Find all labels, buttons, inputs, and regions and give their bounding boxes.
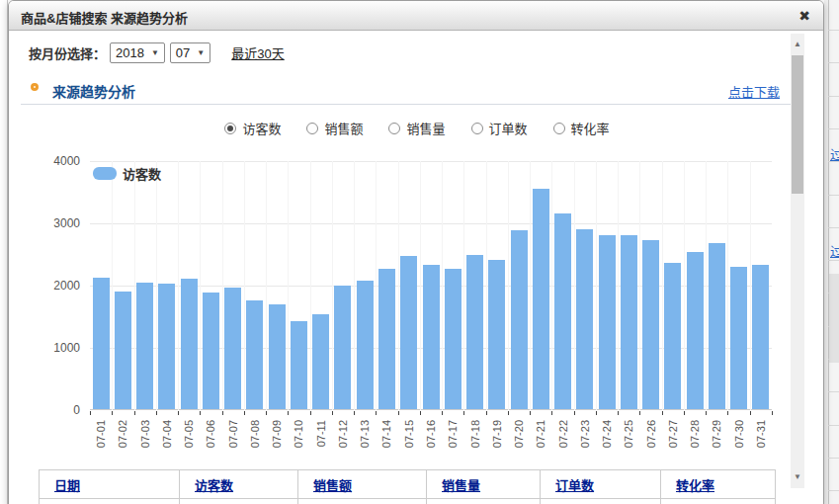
bar-07-08[interactable] <box>246 300 263 409</box>
month-filter-row: 按月份选择： 2018 ▼ 07 ▼ 最近30天 <box>29 42 285 63</box>
x-axis-label: 07-05 <box>178 420 200 465</box>
x-axis-tick <box>134 411 135 415</box>
scroll-down-icon[interactable]: ▼ <box>791 470 804 484</box>
dialog-titlebar[interactable]: 商品&店铺搜索 来源趋势分析 ✖ <box>9 1 823 31</box>
close-icon[interactable]: ✖ <box>795 6 814 26</box>
x-axis-tick <box>727 411 728 415</box>
bar-07-10[interactable] <box>291 321 307 409</box>
sort-link-订单数[interactable]: 订单数 <box>555 478 594 493</box>
x-axis-label: 07-28 <box>684 420 706 465</box>
bar-07-28[interactable] <box>687 252 704 409</box>
bar-07-27[interactable] <box>664 263 681 409</box>
gridline <box>574 161 575 410</box>
scrollbar-thumb[interactable] <box>792 55 803 194</box>
x-axis-label: 07-04 <box>156 420 178 465</box>
sort-link-销售额[interactable]: 销售额 <box>313 478 352 493</box>
month-select-value: 07 <box>176 45 190 60</box>
x-axis-label: 07-06 <box>200 420 221 465</box>
bar-07-20[interactable] <box>511 230 528 409</box>
radio-icon[interactable] <box>553 123 565 134</box>
bar-07-01[interactable] <box>93 278 110 409</box>
bar-07-07[interactable] <box>224 288 241 409</box>
bar-07-06[interactable] <box>203 293 219 409</box>
gridline <box>442 161 443 410</box>
metric-radio-label: 访客数 <box>242 119 281 137</box>
bar-07-14[interactable] <box>378 269 395 409</box>
metric-radio-销售额[interactable]: 销售额 <box>306 119 363 137</box>
bar-07-25[interactable] <box>621 235 637 409</box>
bar-07-21[interactable] <box>533 189 549 409</box>
bar-07-17[interactable] <box>445 269 461 409</box>
sort-link-访客数[interactable]: 访客数 <box>195 478 233 493</box>
metric-radio-转化率[interactable]: 转化率 <box>553 119 610 137</box>
bar-07-03[interactable] <box>136 283 153 409</box>
bar-07-02[interactable] <box>115 292 131 409</box>
table-row <box>40 499 776 504</box>
bar-07-12[interactable] <box>334 286 351 409</box>
recent-30-days-link[interactable]: 最近30天 <box>231 43 284 62</box>
gridline <box>90 161 772 162</box>
bar-07-05[interactable] <box>181 279 198 409</box>
background-selected-band <box>829 274 839 363</box>
bar-07-13[interactable] <box>357 281 374 409</box>
chart-legend[interactable]: 访客数 <box>93 164 161 183</box>
download-link[interactable]: 点击下载 <box>728 82 780 101</box>
x-axis-label: 07-20 <box>508 420 530 465</box>
legend-swatch <box>93 167 117 180</box>
background-table-rowline <box>828 458 839 459</box>
radio-icon[interactable] <box>388 123 400 134</box>
x-axis-label: 07-23 <box>574 420 596 465</box>
year-select[interactable]: 2018 ▼ <box>110 42 165 63</box>
bar-07-22[interactable] <box>554 213 571 409</box>
sort-link-转化率[interactable]: 转化率 <box>676 478 714 493</box>
bar-07-15[interactable] <box>400 256 417 409</box>
x-axis-label: 07-19 <box>486 420 508 465</box>
radio-icon[interactable] <box>224 123 236 134</box>
x-axis-tick <box>310 411 311 415</box>
x-axis-label: 07-01 <box>90 420 112 465</box>
bar-07-23[interactable] <box>576 229 593 409</box>
bar-07-16[interactable] <box>423 265 440 409</box>
metric-radio-订单数[interactable]: 订单数 <box>471 119 528 137</box>
bar-07-11[interactable] <box>312 314 329 409</box>
x-axis-label: 07-16 <box>420 420 442 465</box>
radio-icon[interactable] <box>306 123 318 134</box>
x-axis-label: 07-02 <box>112 420 133 465</box>
gridline <box>222 161 223 410</box>
bar-07-24[interactable] <box>599 235 616 409</box>
y-axis-tick-label: 1000 <box>53 341 80 355</box>
x-axis-label: 07-18 <box>463 420 485 465</box>
gridline <box>727 161 728 410</box>
dialog-scrollbar[interactable]: ▲ ▼ <box>791 34 804 488</box>
bar-07-30[interactable] <box>730 267 747 409</box>
bar-07-18[interactable] <box>466 255 483 409</box>
radio-icon[interactable] <box>471 123 483 134</box>
x-axis-label: 07-07 <box>222 420 244 465</box>
background-partial-link[interactable]: 过 <box>830 245 839 259</box>
visitor-trend-bar-chart: 01000200030004000 07-0107-0207-0307-0407… <box>9 1 825 465</box>
bar-07-19[interactable] <box>488 260 505 409</box>
daily-metrics-table: 日期访客数销售额销售量订单数转化率 <box>39 469 776 504</box>
dialog-title: 商品&店铺搜索 来源趋势分析 <box>21 8 188 27</box>
sort-link-销售量[interactable]: 销售量 <box>442 478 480 493</box>
x-axis-tick <box>530 411 531 415</box>
x-axis-label: 07-27 <box>662 420 684 465</box>
sort-link-日期[interactable]: 日期 <box>54 478 80 493</box>
bar-07-09[interactable] <box>269 304 286 409</box>
scroll-up-icon[interactable]: ▲ <box>791 38 804 51</box>
gridline <box>551 161 552 410</box>
bar-07-26[interactable] <box>642 240 659 409</box>
table-header-row: 日期访客数销售额销售量订单数转化率 <box>40 470 776 499</box>
metric-radio-销售量[interactable]: 销售量 <box>388 119 445 137</box>
bar-07-04[interactable] <box>158 284 175 409</box>
gridline <box>134 161 135 410</box>
bar-07-29[interactable] <box>709 243 725 409</box>
background-page-left-edge <box>0 0 8 504</box>
gridline <box>662 161 663 410</box>
bar-07-31[interactable] <box>752 265 769 409</box>
month-select[interactable]: 07 ▼ <box>170 42 210 63</box>
x-axis-tick <box>112 411 113 415</box>
gridline <box>178 161 179 410</box>
metric-radio-访客数[interactable]: 访客数 <box>224 119 281 137</box>
background-partial-link[interactable]: 过 <box>830 148 839 162</box>
